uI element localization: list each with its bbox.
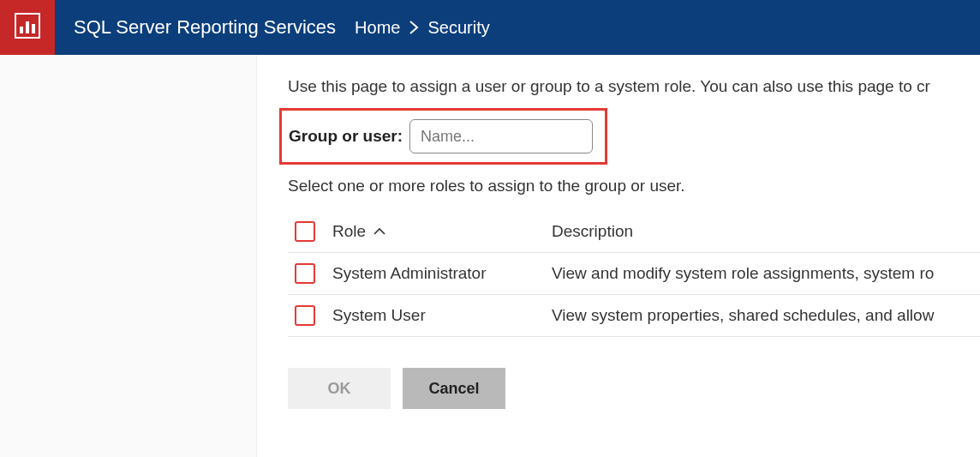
- role-description: View and modify system role assignments,…: [552, 264, 980, 283]
- table-row: System Administrator View and modify sys…: [288, 253, 980, 295]
- breadcrumb-home[interactable]: Home: [355, 18, 400, 38]
- intro-text: Use this page to assign a user or group …: [288, 77, 980, 96]
- group-or-user-section: Group or user:: [279, 108, 607, 165]
- svg-rect-1: [20, 27, 23, 33]
- cancel-button[interactable]: Cancel: [403, 368, 505, 409]
- column-header-description: Description: [552, 222, 980, 241]
- table-row: System User View system properties, shar…: [288, 295, 980, 337]
- select-all-checkbox[interactable]: [295, 221, 315, 242]
- top-header-bar: SQL Server Reporting Services Home Secur…: [0, 0, 980, 55]
- left-sidebar: [0, 55, 257, 457]
- breadcrumb-current: Security: [427, 18, 489, 38]
- select-roles-text: Select one or more roles to assign to th…: [288, 177, 980, 195]
- svg-rect-3: [32, 24, 35, 33]
- sort-ascending-icon: [373, 221, 385, 240]
- bar-chart-icon: [15, 13, 40, 42]
- ok-button[interactable]: OK: [288, 368, 391, 409]
- group-or-user-input[interactable]: [409, 119, 593, 153]
- role-checkbox[interactable]: [295, 263, 315, 284]
- role-name: System Administrator: [332, 264, 552, 283]
- role-name: System User: [332, 306, 552, 325]
- role-checkbox[interactable]: [295, 305, 315, 326]
- chevron-right-icon: [409, 19, 419, 39]
- role-description: View system properties, shared schedules…: [552, 306, 980, 325]
- app-logo-tile[interactable]: [0, 0, 55, 55]
- main-content: Use this page to assign a user or group …: [257, 55, 980, 457]
- svg-rect-2: [26, 21, 29, 33]
- column-header-role[interactable]: Role: [332, 222, 552, 241]
- breadcrumb: Home Security: [355, 18, 490, 38]
- role-header-label: Role: [332, 222, 366, 240]
- app-title[interactable]: SQL Server Reporting Services: [74, 16, 336, 39]
- action-buttons: OK Cancel: [288, 368, 980, 409]
- group-or-user-label: Group or user:: [289, 127, 403, 146]
- roles-table-header: Role Description: [288, 211, 980, 253]
- roles-table: Role Description System Administrator Vi…: [288, 211, 980, 337]
